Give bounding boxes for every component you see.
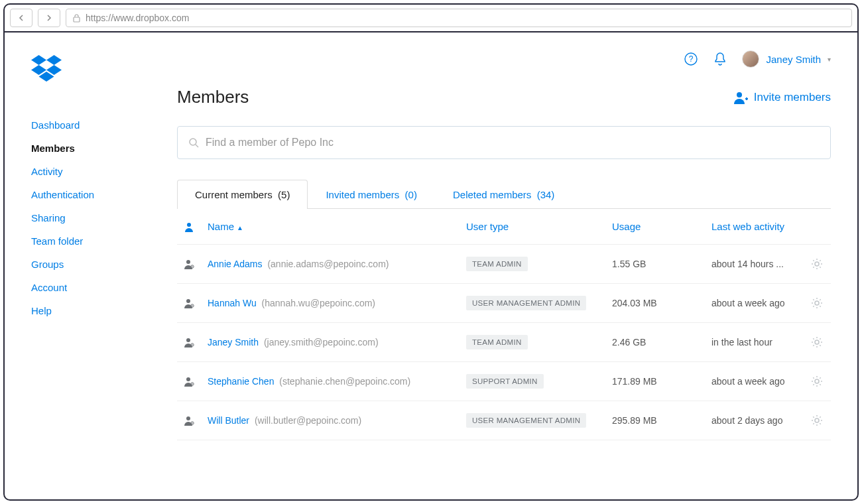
sidebar: Dashboard Members Activity Authenticatio… bbox=[5, 32, 151, 499]
sidebar-item-account[interactable]: Account bbox=[31, 276, 151, 299]
table-row: Hannah Wu (hannah.wu@pepoinc.com)USER MA… bbox=[177, 284, 831, 323]
svg-point-6 bbox=[187, 223, 191, 227]
sidebar-item-team-folder[interactable]: Team folder bbox=[31, 229, 151, 253]
bell-icon[interactable] bbox=[713, 52, 727, 66]
dropbox-logo-icon[interactable] bbox=[31, 55, 151, 82]
gear-icon[interactable] bbox=[811, 258, 824, 270]
browser-toolbar: https://www.dropbox.com bbox=[5, 5, 857, 32]
svg-point-4 bbox=[190, 139, 196, 145]
avatar bbox=[742, 50, 759, 68]
member-name-link[interactable]: Hannah Wu bbox=[208, 298, 257, 308]
svg-line-27 bbox=[813, 299, 814, 300]
browser-back-button[interactable] bbox=[10, 9, 32, 27]
svg-point-57 bbox=[192, 422, 193, 424]
browser-url-bar[interactable]: https://www.dropbox.com bbox=[66, 9, 852, 27]
tab-count: (34) bbox=[537, 189, 555, 200]
sidebar-item-members[interactable]: Members bbox=[31, 137, 151, 160]
svg-line-16 bbox=[820, 267, 820, 267]
last-activity-value: about a week ago bbox=[711, 376, 785, 387]
help-icon[interactable]: ? bbox=[684, 52, 698, 66]
lock-icon bbox=[73, 14, 80, 23]
user-type-badge: SUPPORT ADMIN bbox=[466, 374, 544, 389]
tab-current-members[interactable]: Current members (5) bbox=[177, 180, 308, 209]
svg-point-3 bbox=[737, 92, 742, 97]
page-title: Members bbox=[177, 87, 249, 107]
person-admin-icon bbox=[184, 376, 194, 387]
svg-point-10 bbox=[815, 262, 819, 266]
column-header-last-activity[interactable]: Last web activity bbox=[705, 209, 804, 245]
svg-line-39 bbox=[813, 338, 814, 339]
search-input[interactable] bbox=[206, 137, 820, 149]
topbar: ? Janey Smith ▾ bbox=[177, 46, 831, 72]
svg-point-21 bbox=[192, 305, 193, 306]
svg-line-41 bbox=[813, 345, 814, 346]
tab-label: Invited members bbox=[326, 189, 399, 200]
chevron-down-icon: ▾ bbox=[828, 56, 831, 63]
last-activity-value: about 14 hours ... bbox=[711, 259, 784, 269]
sidebar-item-help[interactable]: Help bbox=[31, 299, 151, 322]
svg-line-17 bbox=[813, 267, 814, 267]
svg-point-45 bbox=[192, 383, 193, 385]
svg-rect-0 bbox=[74, 17, 80, 22]
member-name-link[interactable]: Stephanie Chen bbox=[208, 376, 274, 387]
svg-line-63 bbox=[813, 416, 814, 417]
user-type-badge: TEAM ADMIN bbox=[466, 257, 528, 271]
sidebar-item-groups[interactable]: Groups bbox=[31, 253, 151, 276]
svg-line-40 bbox=[820, 345, 820, 346]
members-table: Name▲ User type Usage Last web activity … bbox=[177, 209, 831, 440]
usage-value: 171.89 MB bbox=[612, 376, 657, 387]
invite-members-button[interactable]: Invite members bbox=[734, 91, 831, 104]
sort-ascending-icon: ▲ bbox=[237, 224, 243, 231]
user-type-badge: USER MANAGEMENT ADMIN bbox=[466, 296, 586, 310]
table-row: Annie Adams (annie.adams@pepoinc.com)TEA… bbox=[177, 245, 831, 284]
svg-point-7 bbox=[186, 260, 190, 264]
svg-text:?: ? bbox=[689, 54, 694, 64]
tab-invited-members[interactable]: Invited members (0) bbox=[308, 180, 435, 209]
member-email: (will.butler@pepoinc.com) bbox=[255, 415, 361, 426]
gear-icon[interactable] bbox=[811, 375, 824, 387]
member-name-link[interactable]: Annie Adams bbox=[208, 259, 263, 269]
person-plus-icon bbox=[734, 91, 749, 104]
search-box[interactable] bbox=[177, 126, 831, 159]
sidebar-item-activity[interactable]: Activity bbox=[31, 160, 151, 183]
svg-line-15 bbox=[813, 260, 814, 261]
gear-icon[interactable] bbox=[811, 414, 824, 426]
browser-frame: https://www.dropbox.com Dashboard Member… bbox=[3, 3, 859, 501]
last-activity-value: about a week ago bbox=[711, 298, 785, 308]
sidebar-item-authentication[interactable]: Authentication bbox=[31, 183, 151, 206]
svg-point-33 bbox=[192, 344, 193, 346]
usage-value: 1.55 GB bbox=[612, 259, 646, 269]
browser-forward-button[interactable] bbox=[38, 9, 60, 27]
column-header-usage[interactable]: Usage bbox=[605, 209, 705, 245]
sidebar-item-sharing[interactable]: Sharing bbox=[31, 206, 151, 229]
tab-deleted-members[interactable]: Deleted members (34) bbox=[435, 180, 572, 209]
usage-value: 295.89 MB bbox=[612, 415, 657, 426]
svg-line-66 bbox=[820, 416, 820, 417]
svg-point-46 bbox=[815, 379, 819, 383]
gear-icon[interactable] bbox=[811, 297, 824, 309]
app-content: Dashboard Members Activity Authenticatio… bbox=[5, 32, 857, 499]
svg-line-54 bbox=[820, 377, 820, 378]
column-header-user-type[interactable]: User type bbox=[460, 209, 605, 245]
member-email: (annie.adams@pepoinc.com) bbox=[267, 259, 389, 269]
user-menu[interactable]: Janey Smith ▾ bbox=[742, 50, 831, 68]
sidebar-item-dashboard[interactable]: Dashboard bbox=[31, 113, 151, 137]
svg-point-9 bbox=[192, 266, 193, 267]
svg-point-55 bbox=[186, 416, 190, 420]
tab-label: Deleted members bbox=[453, 189, 531, 200]
member-email: (stephanie.chen@pepoinc.com) bbox=[279, 376, 410, 387]
svg-line-29 bbox=[813, 306, 814, 306]
usage-value: 204.03 MB bbox=[612, 298, 657, 308]
member-email: (janey.smith@pepoinc.com) bbox=[264, 337, 379, 347]
svg-point-19 bbox=[186, 299, 190, 303]
page-header: Members Invite members bbox=[177, 87, 831, 107]
member-name-link[interactable]: Will Butler bbox=[208, 415, 249, 426]
gear-icon[interactable] bbox=[811, 336, 824, 348]
column-header-person-icon[interactable] bbox=[177, 209, 201, 245]
member-name-link[interactable]: Janey Smith bbox=[208, 337, 259, 347]
column-header-name[interactable]: Name▲ bbox=[201, 209, 460, 245]
user-name: Janey Smith bbox=[766, 54, 821, 65]
last-activity-value: about 2 days ago bbox=[711, 415, 782, 426]
svg-line-65 bbox=[813, 423, 814, 424]
table-row: Stephanie Chen (stephanie.chen@pepoinc.c… bbox=[177, 362, 831, 401]
